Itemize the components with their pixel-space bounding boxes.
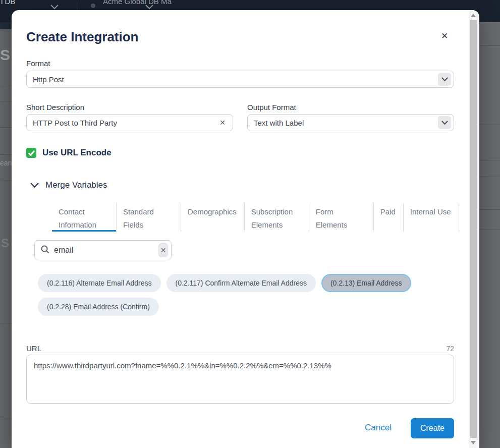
merge-variable-chip[interactable]: (0.2.117) Confirm Alternate Email Addres…	[166, 274, 316, 292]
background-row-line	[479, 230, 500, 230]
chevron-down-icon	[30, 183, 39, 188]
tab[interactable]: Paid	[374, 203, 404, 232]
status-dot-icon	[91, 4, 95, 8]
background-tab-db[interactable]: l DB	[1, 0, 15, 6]
tab-label: Internal Use	[410, 207, 451, 216]
chevron-down-icon	[50, 5, 59, 9]
background-row-line	[0, 127, 12, 128]
background-header-remnant	[0, 22, 12, 29]
background-text-fragment: S	[0, 46, 10, 64]
create-integration-modal: Create Integration ✕ Format Http Post Sh…	[12, 10, 479, 448]
scrollbar-thumb[interactable]	[470, 20, 477, 438]
chip-label: (0.2.117) Confirm Alternate Email Addres…	[176, 279, 307, 287]
background-row-line	[479, 209, 500, 210]
tab[interactable]: Subscription Elements	[245, 203, 309, 232]
merge-variable-chip[interactable]: (0.2.13) Email Address	[321, 274, 411, 292]
clear-search-icon[interactable]: ✕	[158, 243, 168, 257]
output-format-select[interactable]: Text with Label	[247, 114, 454, 131]
tab-label: Paid	[380, 207, 396, 216]
output-format-label: Output Format	[247, 103, 296, 111]
cancel-button[interactable]: Cancel	[365, 423, 392, 433]
search-icon	[41, 245, 49, 256]
short-description-label: Short Description	[26, 103, 84, 111]
chevron-down-icon	[441, 121, 448, 125]
chevron-down-icon	[441, 77, 448, 81]
format-select[interactable]: Http Post	[26, 71, 454, 88]
merge-variables-toggle[interactable]: Merge Variables	[30, 180, 107, 190]
background-text-fragment: S	[1, 236, 9, 250]
background-row-line	[0, 101, 12, 101]
tab-label: Contact Information	[59, 207, 96, 229]
chip-label: (0.2.13) Email Address	[330, 279, 402, 287]
tab-label: Standard Fields	[123, 207, 154, 229]
background-row-line	[0, 85, 12, 85]
clear-icon[interactable]: ✕	[217, 118, 228, 128]
tab-label: Subscription Elements	[251, 207, 293, 229]
merge-variable-chips: (0.2.116) Alternate Email Address (0.2.1…	[38, 274, 457, 316]
url-char-count: 72	[446, 345, 454, 353]
search-input[interactable]	[54, 246, 158, 255]
merge-variables-tabs: Contact Information Standard Fields Demo…	[52, 203, 459, 232]
tab-label: Demographics	[188, 207, 237, 216]
format-dropdown-button[interactable]	[438, 73, 451, 86]
background-row-line	[0, 419, 12, 419]
tab[interactable]: Demographics	[181, 203, 245, 232]
background-tab-acme[interactable]: Acme Global DB Ma	[103, 0, 172, 6]
output-format-value: Text with Label	[254, 119, 304, 127]
scroll-down-arrow-icon[interactable]	[471, 441, 476, 444]
modal-scrollbar[interactable]	[469, 10, 478, 448]
url-textarea[interactable]: https://www.thirdpartyurl.com?fname=%%0.…	[26, 355, 454, 404]
chip-label: (0.2.116) Alternate Email Address	[47, 279, 152, 287]
short-description-field: ✕	[26, 114, 233, 131]
background-row-line	[0, 154, 12, 155]
url-encode-label: Use URL Encode	[42, 148, 112, 158]
background-row-line	[479, 177, 500, 177]
chip-label: (0.2.28) Email Address (Confirm)	[47, 303, 150, 311]
close-icon[interactable]: ✕	[438, 29, 451, 42]
tab[interactable]: Form Elements	[309, 203, 374, 232]
background-row-line	[479, 160, 500, 160]
merge-variable-search: ✕	[34, 240, 172, 260]
background-row-line	[0, 181, 12, 181]
chevron-down-icon	[145, 5, 153, 9]
background-row-line	[0, 323, 12, 323]
merge-variable-chip[interactable]: (0.2.116) Alternate Email Address	[38, 274, 161, 292]
url-header-row: URL 72	[26, 344, 454, 353]
check-icon	[28, 150, 35, 156]
url-encode-checkbox[interactable]	[26, 148, 36, 158]
output-format-dropdown-button[interactable]	[438, 116, 451, 129]
short-description-input[interactable]	[33, 119, 217, 127]
background-text-fragment: ean	[0, 159, 12, 167]
url-label: URL	[26, 344, 41, 353]
tab[interactable]: Contact Information	[52, 203, 117, 232]
modal-title: Create Integration	[26, 29, 139, 45]
merge-variable-chip[interactable]: (0.2.28) Email Address (Confirm)	[38, 298, 159, 316]
scroll-up-arrow-icon[interactable]	[471, 14, 476, 17]
url-encode-row: Use URL Encode	[26, 148, 112, 158]
tab[interactable]: Standard Fields	[117, 203, 181, 232]
format-label: Format	[26, 59, 50, 68]
merge-variables-title: Merge Variables	[45, 180, 107, 190]
format-value: Http Post	[33, 75, 64, 84]
tab-label: Form Elements	[316, 207, 348, 229]
create-button[interactable]: Create	[411, 418, 454, 438]
background-row-line	[479, 45, 500, 46]
screen: l DB Acme Global DB Ma S ean S Create In…	[0, 0, 500, 448]
tab[interactable]: Internal Use	[404, 203, 459, 232]
background-row-line	[479, 125, 500, 125]
